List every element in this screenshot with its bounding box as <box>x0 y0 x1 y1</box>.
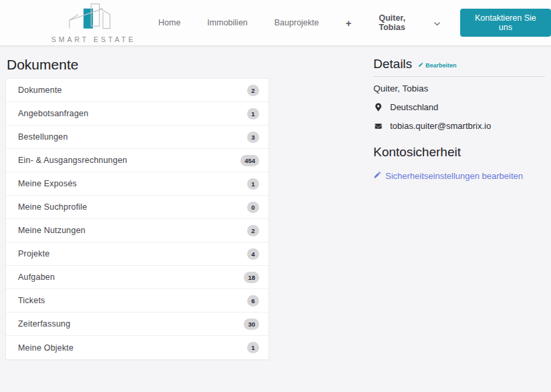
pencil-icon <box>373 171 381 181</box>
page-title: Dokumente <box>7 57 78 73</box>
list-item-zeiterfassung[interactable]: Zeiterfassung 30 <box>6 313 268 336</box>
brand-name: SMART ESTATE <box>51 35 136 43</box>
list-item-bestellungen[interactable]: Bestellungen 3 <box>6 126 268 149</box>
list-item-label: Projekte <box>18 249 49 258</box>
list-item-rechnungen[interactable]: Ein- & Ausgangsrechnungen 454 <box>6 149 268 172</box>
email-value: tobias.quiter@smartbrix.io <box>390 121 491 131</box>
count-badge: 1 <box>247 342 259 353</box>
list-item-exposes[interactable]: Meine Exposés 1 <box>6 172 268 196</box>
edit-security-settings-link[interactable]: Sicherheitseinstellungen bearbeiten <box>373 171 523 181</box>
contact-name: Quiter, Tobias <box>373 83 545 93</box>
list-item-aufgaben[interactable]: Aufgaben 18 <box>6 266 268 289</box>
contact-us-button[interactable]: Kontaktieren Sie uns <box>460 9 551 37</box>
count-badge: 18 <box>244 272 259 283</box>
add-menu-button[interactable]: + <box>337 13 361 33</box>
count-badge: 3 <box>247 132 259 143</box>
pencil-icon <box>418 62 423 69</box>
list-item-tickets[interactable]: Tickets 6 <box>6 289 268 313</box>
smart-estate-logo-icon <box>66 3 121 35</box>
count-badge: 30 <box>244 319 259 330</box>
count-badge: 2 <box>247 85 259 96</box>
envelope-icon <box>373 123 383 130</box>
user-menu-label: Quiter, Tobias <box>379 13 429 32</box>
list-item-suchprofile[interactable]: Meine Suchprofile 0 <box>6 196 268 219</box>
list-item-dokumente[interactable]: Dokumente 2 <box>6 79 268 102</box>
list-item-label: Bestellungen <box>18 132 68 142</box>
list-item-label: Dokumente <box>18 85 62 95</box>
list-item-label: Meine Suchprofile <box>18 202 87 212</box>
list-item-label: Meine Objekte <box>18 343 73 353</box>
list-item-nutzungen[interactable]: Meine Nutzungen 2 <box>6 219 268 242</box>
list-item-label: Zeiterfassung <box>18 319 70 329</box>
count-badge: 4 <box>247 248 259 260</box>
plus-icon: + <box>346 18 352 28</box>
list-item-label: Tickets <box>18 296 45 305</box>
chevron-down-icon <box>434 17 440 29</box>
count-badge: 1 <box>247 178 259 190</box>
count-badge: 1 <box>247 108 259 120</box>
list-item-label: Angebotsanfragen <box>18 109 88 118</box>
account-security-title: Kontosicherheit <box>373 145 545 160</box>
location-row: Deutschland <box>373 102 545 112</box>
list-item-angebotsanfragen[interactable]: Angebotsanfragen 1 <box>6 102 268 126</box>
location-value: Deutschland <box>390 102 438 112</box>
edit-details-link[interactable]: Bearbeiten <box>418 62 457 69</box>
list-item-label: Ein- & Ausgangsrechnungen <box>18 156 127 165</box>
nav-item-home[interactable]: Home <box>150 13 189 33</box>
list-item-label: Meine Exposés <box>18 179 77 188</box>
count-badge: 2 <box>247 225 259 236</box>
nav-item-immobilien[interactable]: Immobilien <box>198 13 256 33</box>
details-panel: Details Bearbeiten Quiter, Tobias Deutsc… <box>373 57 545 182</box>
main-nav: Home Immobilien Bauprojekte + <box>150 13 360 33</box>
details-title: Details <box>373 57 412 71</box>
count-badge: 454 <box>240 155 259 166</box>
count-badge: 0 <box>247 202 259 213</box>
documents-list: Dokumente 2 Angebotsanfragen 1 Bestellun… <box>5 78 269 360</box>
map-marker-icon <box>373 103 383 112</box>
nav-item-bauprojekte[interactable]: Bauprojekte <box>266 13 328 33</box>
top-navbar: SMART ESTATE Home Immobilien Bauprojekte… <box>0 0 551 46</box>
list-item-objekte[interactable]: Meine Objekte 1 <box>6 336 268 359</box>
user-menu[interactable]: Quiter, Tobias <box>379 13 439 32</box>
brand-logo[interactable]: SMART ESTATE <box>57 3 130 43</box>
list-item-projekte[interactable]: Projekte 4 <box>6 242 268 266</box>
list-item-label: Meine Nutzungen <box>18 226 85 235</box>
divider <box>373 76 545 77</box>
count-badge: 6 <box>247 295 259 307</box>
list-item-label: Aufgaben <box>18 272 55 282</box>
email-row: tobias.quiter@smartbrix.io <box>373 121 545 131</box>
